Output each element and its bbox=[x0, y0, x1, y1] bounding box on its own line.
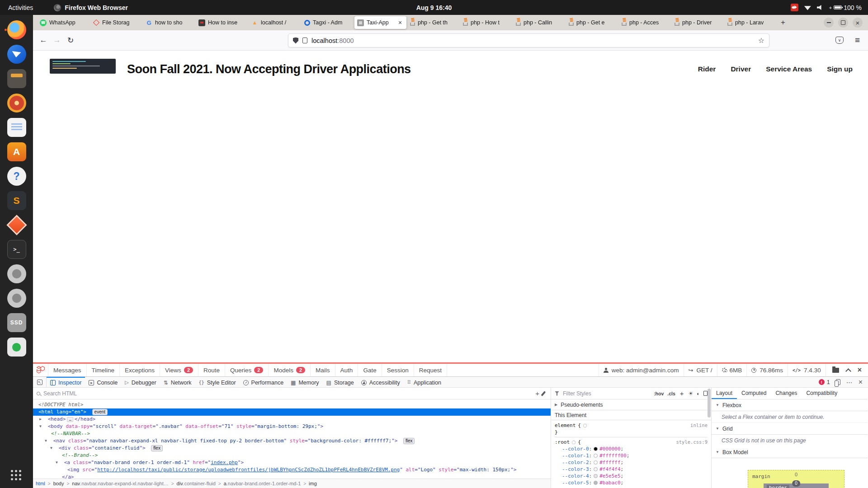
filter-styles-input[interactable]: Filter Styles bbox=[563, 390, 650, 397]
new-tab-button[interactable] bbox=[777, 17, 789, 28]
add-rule-icon[interactable]: + bbox=[680, 389, 684, 397]
devtools-tab[interactable]: Inspector bbox=[47, 377, 85, 387]
print-simulation-icon[interactable] bbox=[703, 391, 708, 396]
border-top-value[interactable]: 0 bbox=[792, 480, 800, 487]
toggle-hover-button[interactable]: :hov bbox=[654, 391, 664, 396]
box-model-diagram[interactable]: margin 0 0 border bbox=[748, 470, 844, 488]
focused-app-indicator[interactable]: Firefox Web Browser bbox=[54, 4, 128, 11]
browser-tab[interactable]: File Storag bbox=[90, 16, 142, 29]
tracking-protection-shield-icon[interactable] bbox=[293, 38, 298, 44]
debugbar-tab[interactable]: Route bbox=[198, 364, 225, 376]
url-text[interactable]: localhost:8000 bbox=[311, 37, 754, 44]
dom-node-line[interactable]: <!--NAVBAR--> bbox=[33, 430, 551, 437]
dock-item-help[interactable]: ? bbox=[4, 164, 30, 188]
devtools-tab[interactable]: Network bbox=[160, 377, 195, 387]
css-variable-value[interactable]: #f4f4f4 bbox=[599, 466, 620, 473]
breadcrumb-item[interactable]: div.container-fluid bbox=[169, 481, 216, 486]
debugbar-status-item[interactable]: GET / bbox=[684, 364, 717, 376]
browser-tab[interactable]: WhatsApp bbox=[37, 16, 89, 29]
css-variable-value[interactable]: #babac0 bbox=[599, 479, 620, 486]
url-bar[interactable]: localhost:8000 bbox=[288, 33, 769, 47]
breadcrumb-item[interactable]: nav.navbar.navbar-expand-xl.navbar-light… bbox=[64, 481, 168, 486]
debugbar-tab[interactable]: Timeline bbox=[87, 364, 120, 376]
box-model-section-header[interactable]: Box Model bbox=[712, 446, 868, 458]
color-swatch[interactable] bbox=[594, 447, 598, 451]
devtools-tab[interactable]: Application bbox=[404, 377, 445, 387]
devtools-tab[interactable]: Storage bbox=[323, 377, 358, 387]
bookmark-star-icon[interactable] bbox=[758, 36, 764, 45]
devtools-tab[interactable]: Console bbox=[85, 377, 121, 387]
grid-section-header[interactable]: Grid bbox=[712, 423, 868, 435]
dock-item-firefox[interactable] bbox=[4, 18, 30, 42]
debugbar-tab[interactable]: Request bbox=[414, 364, 447, 376]
browser-tab[interactable]: Taxi-App bbox=[354, 16, 406, 29]
color-swatch[interactable] bbox=[594, 454, 598, 458]
dock-item-sublime-text[interactable]: S bbox=[4, 188, 30, 213]
system-tray[interactable]: + 100 % bbox=[791, 0, 862, 15]
devtools-tab[interactable]: Accessibility bbox=[358, 377, 404, 387]
dark-mode-icon[interactable] bbox=[697, 391, 700, 396]
css-variable-name[interactable]: --color-2 bbox=[562, 459, 589, 466]
devtools-tab[interactable]: Memory bbox=[287, 377, 323, 387]
browser-tab[interactable]: php - Get e bbox=[566, 16, 618, 29]
dock-item-app-green[interactable] bbox=[4, 335, 30, 359]
debugbar-status-item[interactable]: web: admin@admin.com bbox=[599, 364, 684, 376]
dom-node-line[interactable]: <html lang="en"> event bbox=[33, 408, 551, 416]
browser-tab[interactable]: Tagxi - Adm bbox=[302, 16, 354, 29]
css-variable-name[interactable]: --color-1 bbox=[562, 452, 589, 459]
folder-icon[interactable] bbox=[832, 368, 839, 373]
css-variable-row[interactable]: --color-0 : #000000 ; bbox=[555, 446, 708, 452]
css-variable-row[interactable]: --color-5 : #babac0 ; bbox=[555, 479, 708, 486]
devtools-tab[interactable]: Style Editor bbox=[195, 377, 240, 387]
debugbar-tab[interactable]: Models 2 bbox=[269, 364, 311, 376]
browser-tab[interactable]: php - Get th bbox=[407, 16, 459, 29]
debugbar-status-item[interactable]: 6MB bbox=[717, 364, 747, 376]
browser-tab[interactable]: How to inse bbox=[196, 16, 248, 29]
css-variable-row[interactable]: --color-4 : #e5e5e5 ; bbox=[555, 473, 708, 479]
debugbar-tab[interactable]: Gate bbox=[358, 364, 382, 376]
sidebar-tab[interactable]: Changes bbox=[771, 388, 802, 399]
app-grid-button[interactable] bbox=[11, 470, 22, 481]
dock-item-ubuntu-software[interactable]: A bbox=[4, 140, 30, 164]
flexbox-section-header[interactable]: Flexbox bbox=[712, 399, 868, 411]
debugbar-tab[interactable]: Auth bbox=[335, 364, 359, 376]
dock-item-image-app[interactable] bbox=[4, 213, 30, 237]
page-info-icon[interactable] bbox=[302, 38, 307, 43]
dom-node-line[interactable]: <div class="container-fluid"> flex bbox=[33, 445, 551, 452]
inline-source-label[interactable]: inline bbox=[690, 422, 708, 429]
color-swatch[interactable] bbox=[594, 481, 598, 485]
pick-element-button[interactable] bbox=[33, 377, 47, 387]
node-badge[interactable]: event bbox=[92, 409, 108, 415]
debugbar-tab[interactable]: Session bbox=[382, 364, 414, 376]
minimize-button[interactable] bbox=[824, 18, 834, 28]
dock-item-libreoffice-writer[interactable] bbox=[4, 115, 30, 140]
color-swatch[interactable] bbox=[594, 474, 598, 478]
site-nav-link[interactable]: Rider bbox=[698, 65, 716, 73]
hamburger-menu-icon[interactable] bbox=[855, 35, 860, 45]
close-button[interactable] bbox=[853, 18, 863, 28]
css-variable-name[interactable]: --color-5 bbox=[562, 479, 589, 486]
css-variable-value[interactable]: #000000 bbox=[599, 446, 620, 452]
browser-tab[interactable]: php - Driver bbox=[672, 16, 724, 29]
dock-item-disks[interactable] bbox=[4, 286, 30, 310]
site-logo-image[interactable] bbox=[50, 59, 116, 74]
debugbar-tab[interactable]: Mails bbox=[311, 364, 335, 376]
sidebar-tab[interactable]: Layout bbox=[712, 388, 737, 399]
debugbar-tab[interactable]: Messages bbox=[48, 364, 87, 376]
debugbar-tab[interactable]: Views 2 bbox=[160, 364, 198, 376]
dock-item-terminal[interactable]: >_ bbox=[4, 237, 30, 262]
debugbar-tab[interactable]: Queries 2 bbox=[225, 364, 269, 376]
dock-item-settings[interactable] bbox=[4, 262, 30, 286]
add-node-icon[interactable] bbox=[535, 389, 539, 397]
error-count-badge[interactable]: 1 bbox=[819, 379, 830, 385]
gear-icon[interactable] bbox=[572, 441, 576, 444]
filter-styles-bar[interactable]: Filter Styles :hov .cls + bbox=[551, 388, 711, 399]
browser-tab[interactable]: php - Acces bbox=[619, 16, 671, 29]
debugbar-close-icon[interactable] bbox=[858, 366, 862, 374]
css-variable-value[interactable]: #ffffff00 bbox=[599, 452, 627, 459]
css-variable-name[interactable]: --color-0 bbox=[562, 446, 589, 452]
dock-item-thunderbird[interactable] bbox=[4, 42, 30, 66]
dom-node-line[interactable]: <img src="http://localhost/taxi/public/s… bbox=[33, 466, 551, 474]
css-variable-value[interactable]: #ffffff bbox=[599, 459, 620, 466]
css-variable-value[interactable]: #e5e5e5 bbox=[599, 473, 620, 479]
